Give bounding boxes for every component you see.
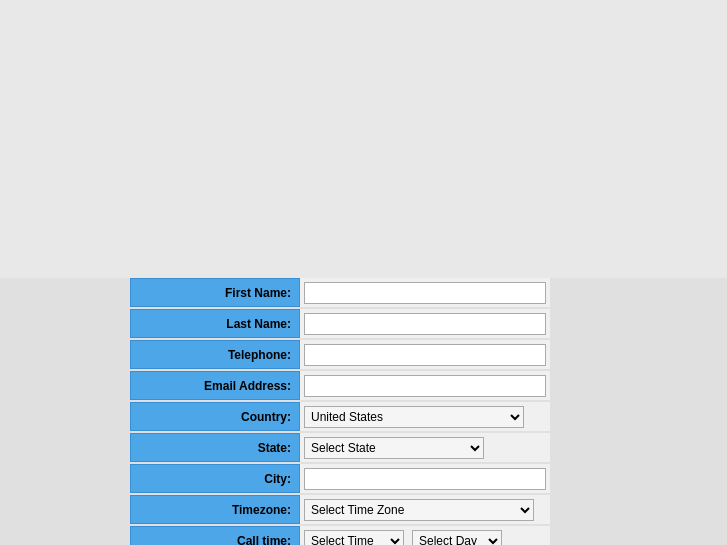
email-label: Email Address: <box>130 371 300 400</box>
city-field <box>300 464 550 493</box>
state-field: Select State <box>300 433 550 462</box>
telephone-field <box>300 340 550 369</box>
timezone-row: Timezone: Select Time Zone <box>130 495 550 524</box>
day-select[interactable]: Select Day <box>412 530 502 546</box>
call-time-field: Select Time Select Day <box>300 526 550 545</box>
state-label: State: <box>130 433 300 462</box>
form-container: First Name: Last Name: Telephone: Email … <box>130 278 550 545</box>
top-area <box>0 0 727 278</box>
timezone-field: Select Time Zone <box>300 495 550 524</box>
timezone-label: Timezone: <box>130 495 300 524</box>
last-name-field <box>300 309 550 338</box>
country-row: Country: United States <box>130 402 550 431</box>
email-row: Email Address: <box>130 371 550 400</box>
call-time-row: Call time: Select Time Select Day <box>130 526 550 545</box>
first-name-row: First Name: <box>130 278 550 307</box>
time-select[interactable]: Select Time <box>304 530 404 546</box>
call-time-label: Call time: <box>130 526 300 545</box>
city-input[interactable] <box>304 468 546 490</box>
telephone-label: Telephone: <box>130 340 300 369</box>
telephone-row: Telephone: <box>130 340 550 369</box>
email-input[interactable] <box>304 375 546 397</box>
country-label: Country: <box>130 402 300 431</box>
state-row: State: Select State <box>130 433 550 462</box>
email-field <box>300 371 550 400</box>
city-label: City: <box>130 464 300 493</box>
last-name-row: Last Name: <box>130 309 550 338</box>
first-name-label: First Name: <box>130 278 300 307</box>
state-select[interactable]: Select State <box>304 437 484 459</box>
city-row: City: <box>130 464 550 493</box>
telephone-input[interactable] <box>304 344 546 366</box>
first-name-field <box>300 278 550 307</box>
country-select[interactable]: United States <box>304 406 524 428</box>
timezone-select[interactable]: Select Time Zone <box>304 499 534 521</box>
last-name-label: Last Name: <box>130 309 300 338</box>
country-field: United States <box>300 402 550 431</box>
last-name-input[interactable] <box>304 313 546 335</box>
first-name-input[interactable] <box>304 282 546 304</box>
